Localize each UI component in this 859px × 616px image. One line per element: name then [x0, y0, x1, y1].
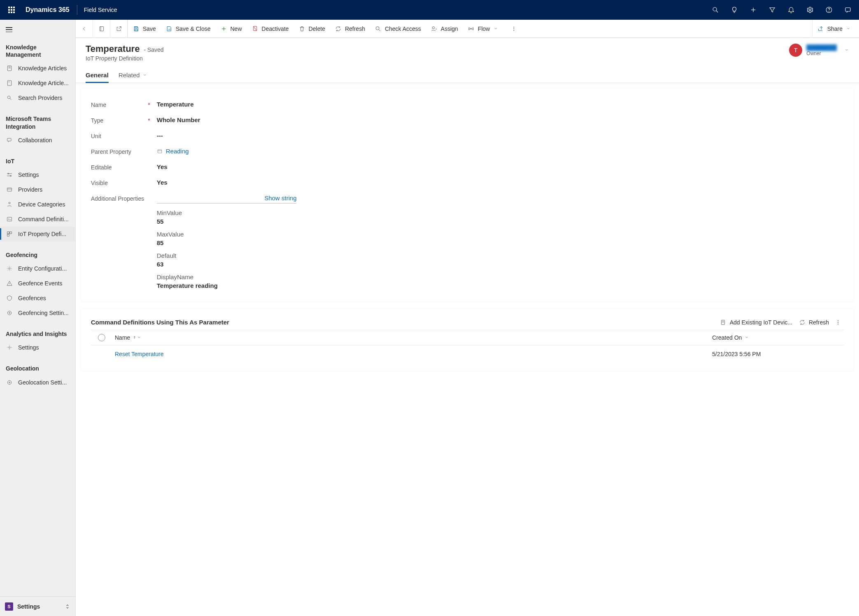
- field-value-name[interactable]: Temperature: [157, 101, 297, 108]
- svg-point-6: [829, 11, 829, 12]
- sidebar-item-knowledge-articles[interactable]: Knowledge Articles: [0, 61, 75, 76]
- subgrid-overflow-button[interactable]: [832, 319, 844, 326]
- record-header: Temperature - Saved IoT Property Definit…: [76, 38, 859, 62]
- help-button[interactable]: [820, 0, 838, 20]
- prop-value-default[interactable]: 63: [157, 261, 297, 268]
- quick-create-button[interactable]: [744, 0, 763, 20]
- tab-related[interactable]: Related: [118, 67, 147, 83]
- add-existing-button[interactable]: Add Existing IoT Devic...: [720, 319, 792, 326]
- svg-point-54: [838, 322, 838, 323]
- module-name[interactable]: Field Service: [81, 7, 121, 13]
- column-header-name[interactable]: Name: [112, 334, 712, 341]
- sidebar-item-iot-providers[interactable]: Providers: [0, 182, 75, 197]
- share-button[interactable]: Share: [812, 20, 859, 37]
- sidebar-item-iot-property-definitions[interactable]: IoT Property Defi...: [0, 227, 75, 241]
- tab-general[interactable]: General: [86, 67, 109, 83]
- open-record-set-button[interactable]: [93, 20, 110, 37]
- refresh-button[interactable]: Refresh: [330, 20, 370, 37]
- check-access-button[interactable]: Check Access: [370, 20, 426, 37]
- svg-point-53: [838, 320, 838, 321]
- grid-row[interactable]: Reset Temperature 5/21/2023 5:56 PM: [91, 345, 844, 363]
- field-value-unit[interactable]: ---: [157, 132, 297, 139]
- svg-rect-7: [845, 8, 850, 12]
- device-category-icon: [6, 201, 13, 208]
- delete-button[interactable]: Delete: [294, 20, 330, 37]
- save-close-icon: [166, 25, 172, 32]
- show-string-link[interactable]: Show string: [265, 195, 297, 201]
- assign-label: Assign: [441, 25, 458, 32]
- sidebar-item-knowledge-article-templates[interactable]: Knowledge Article...: [0, 76, 75, 90]
- geofence-icon: [6, 294, 13, 302]
- sidebar-item-command-definitions[interactable]: Command Definiti...: [0, 212, 75, 227]
- owner-block[interactable]: T ████████ Owner: [789, 44, 849, 57]
- general-section: Name* Temperature Type* Whole Number Uni…: [81, 88, 854, 302]
- flow-button[interactable]: Flow: [463, 20, 506, 37]
- prop-value-displayname[interactable]: Temperature reading: [157, 282, 297, 289]
- insights-button[interactable]: [725, 0, 744, 20]
- field-label-editable: Editable: [91, 163, 157, 171]
- popout-icon: [116, 25, 122, 32]
- sidebar-item-geofencing-settings[interactable]: Geofencing Settin...: [0, 306, 75, 320]
- plus-icon: [750, 6, 757, 14]
- sidebar-group-title: Geolocation: [0, 361, 75, 375]
- sidebar-item-entity-config[interactable]: Entity Configurati...: [0, 261, 75, 276]
- article-icon: [6, 65, 13, 72]
- prop-value-maxvalue[interactable]: 85: [157, 239, 297, 246]
- save-close-button[interactable]: Save & Close: [161, 20, 216, 37]
- parent-property-link[interactable]: Reading: [166, 148, 189, 155]
- assign-button[interactable]: Assign: [426, 20, 463, 37]
- open-new-window-button[interactable]: [110, 20, 128, 37]
- area-switcher[interactable]: S Settings: [0, 596, 75, 616]
- assistant-button[interactable]: [838, 0, 857, 20]
- field-value-visible[interactable]: Yes: [157, 179, 297, 186]
- column-header-label: Created On: [712, 334, 742, 341]
- brand-name[interactable]: Dynamics 365: [21, 6, 74, 14]
- subgrid-refresh-button[interactable]: Refresh: [799, 319, 829, 326]
- property-icon: [6, 230, 13, 238]
- svg-line-43: [379, 29, 381, 31]
- gear-icon: [6, 344, 13, 351]
- search-button[interactable]: [706, 0, 725, 20]
- template-icon: [6, 79, 13, 87]
- sidebar-item-geofences[interactable]: Geofences: [0, 291, 75, 306]
- settings-button[interactable]: [801, 0, 820, 20]
- sidebar-toggle-button[interactable]: [0, 20, 75, 39]
- more-vertical-icon: [835, 319, 841, 326]
- sidebar-item-iot-settings[interactable]: Settings: [0, 167, 75, 182]
- app-launcher-button[interactable]: [2, 0, 21, 20]
- divider: [77, 5, 77, 15]
- sidebar-item-device-categories[interactable]: Device Categories: [0, 197, 75, 212]
- sidebar-item-collaboration[interactable]: Collaboration: [0, 133, 75, 148]
- svg-point-32: [7, 380, 11, 384]
- field-value-type[interactable]: Whole Number: [157, 116, 297, 123]
- new-button[interactable]: New: [216, 20, 247, 37]
- sidebar-item-analytics-settings[interactable]: Settings: [0, 340, 75, 355]
- notifications-button[interactable]: [782, 0, 801, 20]
- field-value-parent-property[interactable]: Reading: [157, 148, 297, 155]
- sidebar-group-title: IoT: [0, 153, 75, 167]
- back-button[interactable]: [76, 20, 93, 37]
- column-header-created-on[interactable]: Created On: [712, 334, 844, 341]
- flow-icon: [468, 25, 474, 32]
- sidebar-item-geolocation-settings[interactable]: Geolocation Setti...: [0, 375, 75, 390]
- settings-icon: [6, 171, 13, 178]
- panel-icon: [98, 25, 105, 32]
- chevron-down-icon[interactable]: [844, 47, 849, 53]
- save-button[interactable]: Save: [128, 20, 161, 37]
- row-name-link[interactable]: Reset Temperature: [115, 351, 164, 357]
- deactivate-button[interactable]: Deactivate: [247, 20, 294, 37]
- select-all-checkbox[interactable]: [91, 334, 112, 341]
- sidebar-item-search-providers[interactable]: Search Providers: [0, 90, 75, 105]
- chat-icon: [6, 137, 13, 144]
- chevron-down-icon: [744, 334, 749, 341]
- prop-value-minvalue[interactable]: 55: [157, 218, 297, 225]
- record-title: Temperature: [86, 44, 140, 54]
- field-value-editable[interactable]: Yes: [157, 163, 297, 170]
- sidebar-item-geofence-events[interactable]: Geofence Events: [0, 276, 75, 291]
- sidebar-item-label: Knowledge Articles: [18, 65, 67, 72]
- delete-label: Delete: [309, 25, 325, 32]
- sort-asc-icon: [132, 334, 137, 341]
- svg-rect-20: [7, 188, 12, 191]
- advanced-find-button[interactable]: [763, 0, 782, 20]
- command-overflow-button[interactable]: [506, 20, 521, 37]
